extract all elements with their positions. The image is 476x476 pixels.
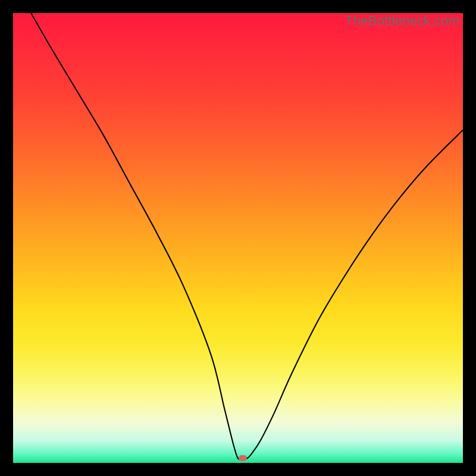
chart-frame: TheBottleneck.com (0, 0, 476, 476)
curve-path (31, 13, 463, 459)
optimum-marker (239, 455, 247, 461)
bottleneck-curve (13, 13, 463, 463)
plot-area: TheBottleneck.com (13, 13, 463, 463)
